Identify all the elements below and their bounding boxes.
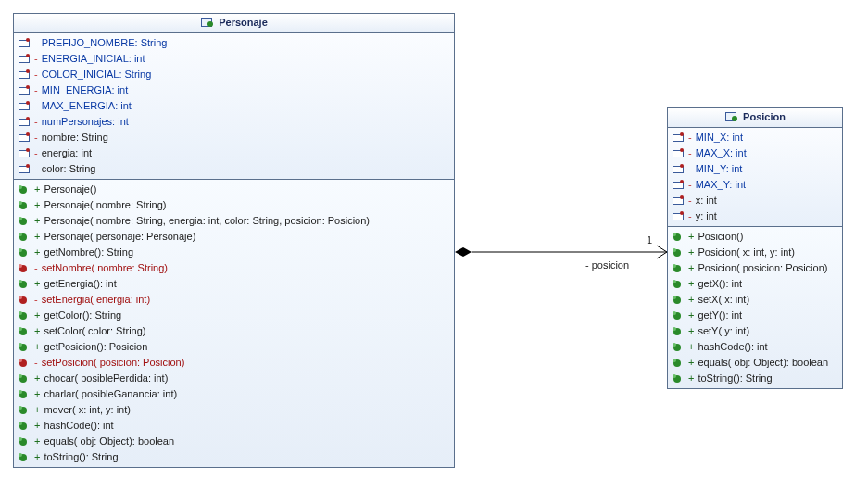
visibility-marker: - — [688, 194, 692, 208]
attribute-text: PREFIJO_NOMBRE: String — [42, 36, 168, 50]
visibility-marker: - — [688, 209, 692, 223]
attribute-text: energia: int — [42, 146, 92, 160]
field-icon — [18, 85, 31, 96]
visibility-marker: - — [34, 146, 38, 160]
operation-text: getY(): int — [698, 309, 742, 322]
operation-text: getPosicion(): Posicion — [44, 340, 147, 354]
method-icon — [672, 342, 685, 353]
operation-text: chocar( posiblePerdida: int) — [44, 372, 168, 385]
operation-text: Posicion( posicion: Posicion) — [698, 261, 827, 275]
visibility-marker: + — [688, 261, 694, 275]
attribute-row: - ENERGIA_INICIAL: int — [14, 51, 454, 67]
attributes-section-personaje: - PREFIJO_NOMBRE: String- ENERGIA_INICIA… — [14, 33, 454, 180]
operation-text: charlar( posibleGanancia: int) — [44, 387, 177, 401]
operation-row: + equals( obj: Object): boolean — [668, 355, 842, 371]
visibility-marker: + — [688, 230, 694, 244]
operation-row: + Personaje() — [14, 182, 454, 197]
method-icon — [18, 436, 31, 447]
attribute-row: - COLOR_INICIAL: String — [14, 67, 454, 82]
attribute-row: - MIN_Y: int — [668, 161, 842, 177]
method-icon — [18, 342, 31, 353]
method-icon — [18, 405, 31, 416]
operation-text: Personaje() — [44, 183, 96, 196]
visibility-marker: - — [688, 131, 692, 145]
operations-section-personaje: + Personaje()+ Personaje( nombre: String… — [14, 180, 454, 467]
operation-row: + Posicion() — [668, 229, 842, 245]
operation-row: + hashCode(): int — [668, 339, 842, 355]
method-icon — [18, 216, 31, 227]
field-icon — [18, 101, 31, 112]
operation-text: Posicion() — [698, 230, 743, 244]
operation-row: + equals( obj: Object): boolean — [14, 434, 454, 449]
attribute-row: - MAX_ENERGIA: int — [14, 98, 454, 114]
attribute-text: x: int — [696, 194, 717, 208]
field-icon — [18, 38, 31, 49]
operation-row: + getPosicion(): Posicion — [14, 339, 454, 355]
visibility-marker: + — [34, 340, 40, 354]
attribute-text: numPersonajes: int — [42, 115, 129, 129]
visibility-marker: - — [34, 293, 38, 307]
class-icon — [724, 111, 737, 122]
operation-text: setX( x: int) — [698, 293, 749, 307]
method-icon — [18, 184, 31, 195]
attribute-text: color: String — [42, 162, 96, 176]
class-header-personaje: Personaje — [14, 14, 454, 33]
attribute-row: - MAX_Y: int — [668, 177, 842, 193]
operation-text: setColor( color: String) — [44, 324, 145, 338]
operation-row: - setEnergia( energia: int) — [14, 292, 454, 308]
visibility-marker: - — [34, 356, 38, 370]
operation-text: Personaje( personaje: Personaje) — [44, 230, 195, 244]
operation-text: mover( x: int, y: int) — [44, 403, 131, 417]
visibility-marker: + — [34, 403, 40, 417]
class-header-posicion: Posicion — [668, 108, 842, 128]
visibility-marker: + — [34, 183, 40, 196]
visibility-marker: - — [34, 261, 38, 275]
attributes-section-posicion: - MIN_X: int- MAX_X: int- MIN_Y: int- MA… — [668, 128, 842, 227]
attribute-row: - numPersonajes: int — [14, 114, 454, 130]
method-icon — [672, 326, 685, 337]
class-icon — [200, 17, 213, 28]
class-name: Personaje — [219, 17, 268, 28]
association-multiplicity: 1 — [647, 234, 652, 246]
operation-row: + getColor(): String — [14, 308, 454, 323]
operation-row: + charlar( posibleGanancia: int) — [14, 386, 454, 402]
attribute-text: MIN_ENERGIA: int — [42, 83, 129, 97]
operation-row: + getY(): int — [668, 308, 842, 323]
attribute-row: - MAX_X: int — [668, 145, 842, 161]
operation-row: + Personaje( nombre: String, energia: in… — [14, 213, 454, 229]
operations-section-posicion: + Posicion()+ Posicion( x: int, y: int)+… — [668, 227, 842, 388]
method-icon — [18, 200, 31, 211]
visibility-marker: + — [34, 277, 40, 291]
visibility-marker: + — [688, 372, 694, 385]
visibility-marker: + — [34, 419, 40, 433]
operation-row: + toString(): String — [14, 449, 454, 465]
method-icon — [18, 232, 31, 243]
method-icon — [18, 247, 31, 258]
method-icon — [18, 263, 31, 274]
operation-row: + getEnergia(): int — [14, 276, 454, 292]
field-icon — [672, 164, 685, 175]
operation-text: setY( y: int) — [698, 324, 749, 338]
attribute-text: y: int — [696, 209, 717, 223]
visibility-marker: - — [34, 52, 38, 66]
operation-row: + Posicion( x: int, y: int) — [668, 245, 842, 260]
method-icon — [18, 295, 31, 306]
visibility-marker: - — [34, 115, 38, 129]
operation-text: getNombre(): String — [44, 246, 133, 259]
operation-text: Posicion( x: int, y: int) — [698, 246, 795, 259]
operation-text: toString(): String — [698, 372, 772, 385]
operation-text: setPosicion( posicion: Posicion) — [42, 356, 185, 370]
operation-text: hashCode(): int — [44, 419, 113, 433]
field-icon — [18, 132, 31, 144]
operation-row: + Personaje( nombre: String) — [14, 197, 454, 213]
field-icon — [18, 54, 31, 65]
operation-row: + getNombre(): String — [14, 245, 454, 260]
operation-text: setNombre( nombre: String) — [42, 261, 168, 275]
operation-text: getColor(): String — [44, 309, 121, 322]
attribute-row: - MIN_ENERGIA: int — [14, 82, 454, 98]
attribute-text: MAX_X: int — [696, 146, 747, 160]
attribute-row: - energia: int — [14, 145, 454, 161]
visibility-marker: + — [34, 387, 40, 401]
method-icon — [672, 232, 685, 243]
visibility-marker: + — [688, 293, 694, 307]
